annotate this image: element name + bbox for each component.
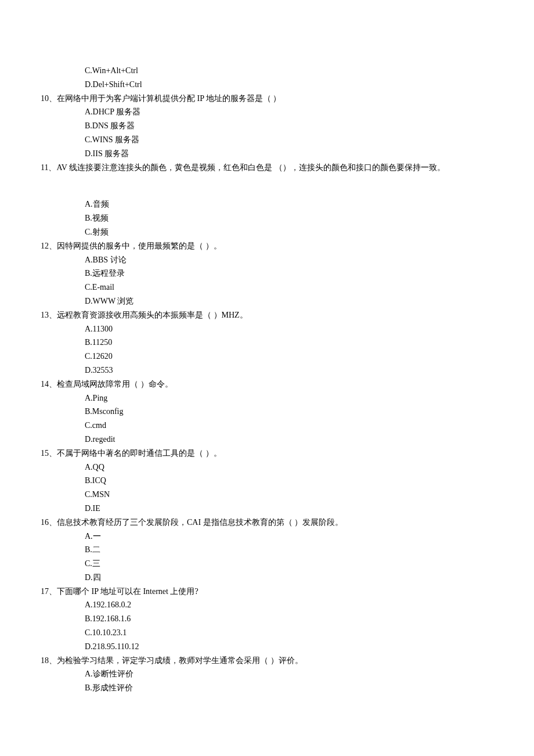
- question-14: 14、检查局域网故障常用（ ）命令。 A.Ping B.Msconfig C.c…: [41, 377, 493, 447]
- q10-option-d: D.IIS 服务器: [85, 147, 493, 161]
- q14-option-a: A.Ping: [85, 391, 493, 405]
- q13-option-c: C.12620: [85, 350, 493, 363]
- q18-text: 18、为检验学习结果，评定学习成绩，教师对学生通常会采用（ ）评价。: [41, 654, 493, 668]
- q10-text: 10、在网络中用于为客户端计算机提供分配 IP 地址的服务器是（ ）: [41, 92, 493, 106]
- question-17: 17、下面哪个 IP 地址可以在 Internet 上使用? A.192.168…: [41, 585, 493, 654]
- q11-option-b: B.视频: [85, 211, 493, 225]
- question-12: 12、因特网提供的服务中，使用最频繁的是（ ）。 A.BBS 讨论 B.远程登录…: [41, 239, 493, 308]
- q12-option-c: C.E-mail: [85, 280, 493, 294]
- q14-text: 14、检查局域网故障常用（ ）命令。: [41, 377, 493, 391]
- q10-option-c: C.WINS 服务器: [85, 133, 493, 147]
- q13-option-a: A.11300: [85, 322, 493, 336]
- q17-text: 17、下面哪个 IP 地址可以在 Internet 上使用?: [41, 585, 493, 599]
- q15-option-a: A.QQ: [85, 460, 493, 474]
- q13-text: 13、远程教育资源接收用高频头的本振频率是（ ）MHZ。: [41, 308, 493, 322]
- q18-option-a: A.诊断性评价: [85, 667, 493, 681]
- q14-option-c: C.cmd: [85, 419, 493, 433]
- q15-option-d: D.IE: [85, 502, 493, 516]
- q17-option-c: C.10.10.23.1: [85, 626, 493, 640]
- q15-text: 15、不属于网络中著名的即时通信工具的是（ ）。: [41, 447, 493, 460]
- q10-option-b: B.DNS 服务器: [85, 119, 493, 133]
- q11-spacer: [41, 174, 493, 197]
- q15-option-b: B.ICQ: [85, 474, 493, 488]
- q13-option-b: B.11250: [85, 336, 493, 350]
- q13-option-d: D.32553: [85, 363, 493, 377]
- q10-option-a: A.DHCP 服务器: [85, 105, 493, 119]
- question-18: 18、为检验学习结果，评定学习成绩，教师对学生通常会采用（ ）评价。 A.诊断性…: [41, 654, 493, 695]
- q16-text: 16、信息技术教育经历了三个发展阶段，CAI 是指信息技术教育的第（ ）发展阶段…: [41, 516, 493, 530]
- q9-option-c: C.Win+Alt+Ctrl: [85, 64, 493, 78]
- question-13: 13、远程教育资源接收用高频头的本振频率是（ ）MHZ。 A.11300 B.1…: [41, 308, 493, 377]
- q11-text: 11、AV 线连接要注意连接头的颜色，黄色是视频，红色和白色是 （），连接头的颜…: [41, 161, 493, 175]
- q11-option-c: C.射频: [85, 225, 493, 239]
- q11-option-a: A.音频: [85, 197, 493, 211]
- q17-option-d: D.218.95.110.12: [85, 640, 493, 654]
- q17-option-a: A.192.168.0.2: [85, 598, 493, 612]
- q14-option-b: B.Msconfig: [85, 405, 493, 419]
- question-11: 11、AV 线连接要注意连接头的颜色，黄色是视频，红色和白色是 （），连接头的颜…: [41, 161, 493, 239]
- q16-option-d: D.四: [85, 571, 493, 585]
- q16-option-b: B.二: [85, 543, 493, 557]
- q15-option-c: C.MSN: [85, 488, 493, 502]
- q16-option-a: A.一: [85, 530, 493, 543]
- q9-option-d: D.Del+Shift+Ctrl: [85, 78, 493, 92]
- q12-option-b: B.远程登录: [85, 267, 493, 280]
- question-10: 10、在网络中用于为客户端计算机提供分配 IP 地址的服务器是（ ） A.DHC…: [41, 92, 493, 161]
- q12-option-d: D.WWW 浏览: [85, 294, 493, 308]
- q16-option-c: C.三: [85, 557, 493, 571]
- q17-option-b: B.192.168.1.6: [85, 612, 493, 626]
- q12-text: 12、因特网提供的服务中，使用最频繁的是（ ）。: [41, 239, 493, 253]
- q14-option-d: D.regedit: [85, 433, 493, 447]
- question-9-partial: C.Win+Alt+Ctrl D.Del+Shift+Ctrl: [41, 64, 493, 92]
- q18-option-b: B.形成性评价: [85, 681, 493, 695]
- q12-option-a: A.BBS 讨论: [85, 253, 493, 267]
- question-16: 16、信息技术教育经历了三个发展阶段，CAI 是指信息技术教育的第（ ）发展阶段…: [41, 516, 493, 585]
- question-15: 15、不属于网络中著名的即时通信工具的是（ ）。 A.QQ B.ICQ C.MS…: [41, 447, 493, 516]
